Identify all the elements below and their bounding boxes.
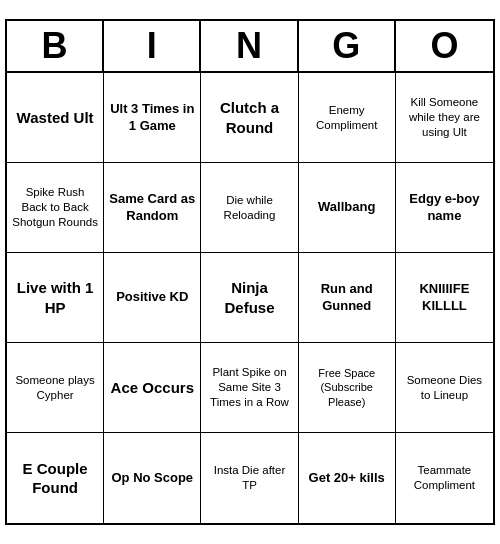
header-letter: G	[299, 21, 396, 71]
bingo-cell: Same Card as Random	[104, 163, 201, 253]
bingo-cell: Someone plays Cypher	[7, 343, 104, 433]
bingo-cell: Live with 1 HP	[7, 253, 104, 343]
bingo-header: BINGO	[7, 21, 493, 73]
bingo-cell: Ace Occurs	[104, 343, 201, 433]
header-letter: I	[104, 21, 201, 71]
bingo-cell: Free Space (Subscribe Please)	[299, 343, 396, 433]
bingo-cell: E Couple Found	[7, 433, 104, 523]
bingo-cell: Positive KD	[104, 253, 201, 343]
bingo-cell: Wallbang	[299, 163, 396, 253]
bingo-cell: Kill Someone while they are using Ult	[396, 73, 493, 163]
bingo-cell: Someone Dies to Lineup	[396, 343, 493, 433]
bingo-cell: Spike Rush Back to Back Shotgun Rounds	[7, 163, 104, 253]
bingo-cell: Op No Scope	[104, 433, 201, 523]
bingo-cell: Enemy Compliment	[299, 73, 396, 163]
bingo-cell: Ult 3 Times in 1 Game	[104, 73, 201, 163]
bingo-cell: Run and Gunned	[299, 253, 396, 343]
bingo-cell: Die while Reloading	[201, 163, 298, 253]
bingo-cell: Get 20+ kills	[299, 433, 396, 523]
header-letter: B	[7, 21, 104, 71]
header-letter: O	[396, 21, 493, 71]
bingo-cell: Plant Spike on Same Site 3 Times in a Ro…	[201, 343, 298, 433]
bingo-card: BINGO Wasted UltUlt 3 Times in 1 GameClu…	[5, 19, 495, 525]
bingo-cell: Insta Die after TP	[201, 433, 298, 523]
bingo-cell: Clutch a Round	[201, 73, 298, 163]
bingo-cell: Ninja Defuse	[201, 253, 298, 343]
bingo-cell: KNIIIIFE KILLLL	[396, 253, 493, 343]
bingo-grid: Wasted UltUlt 3 Times in 1 GameClutch a …	[7, 73, 493, 523]
bingo-cell: Teammate Compliment	[396, 433, 493, 523]
bingo-cell: Edgy e-boy name	[396, 163, 493, 253]
header-letter: N	[201, 21, 298, 71]
bingo-cell: Wasted Ult	[7, 73, 104, 163]
